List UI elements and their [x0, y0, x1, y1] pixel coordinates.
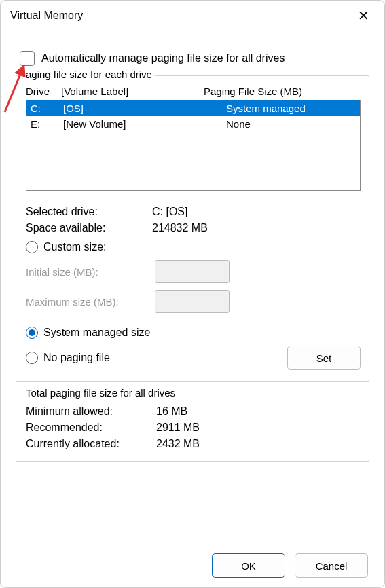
drive-row-volume: [New Volume]: [63, 118, 226, 130]
custom-size-row[interactable]: Custom size:: [26, 241, 361, 253]
maximum-size-label: Maximum size (MB):: [26, 296, 155, 308]
system-managed-label: System managed size: [43, 327, 150, 339]
space-available-row: Space available: 214832 MB: [26, 222, 361, 234]
close-icon[interactable]: ✕: [352, 6, 375, 25]
drive-row[interactable]: E: [New Volume] None: [26, 116, 360, 132]
no-paging-radio[interactable]: [26, 352, 38, 364]
no-paging-row: No paging file Set: [26, 346, 361, 370]
auto-manage-label: Automatically manage paging file size fo…: [41, 52, 285, 65]
group-totals-legend: Total paging file size for all drives: [23, 387, 178, 399]
header-drive: Drive: [26, 86, 61, 97]
initial-size-input[interactable]: [155, 260, 230, 283]
recommended-label: Recommended:: [26, 422, 156, 434]
maximum-size-row: Maximum size (MB):: [26, 290, 361, 313]
system-managed-radio[interactable]: [26, 327, 38, 339]
custom-size-label: Custom size:: [43, 241, 106, 253]
space-available-label: Space available:: [26, 222, 152, 234]
drive-row[interactable]: C: [OS] System managed: [26, 100, 360, 116]
group-each-drive-legend: aging file size for each drive: [23, 69, 155, 80]
no-paging-label: No paging file: [43, 352, 110, 364]
space-available-value: 214832 MB: [152, 222, 208, 234]
no-paging-file-row[interactable]: No paging file: [26, 352, 110, 364]
selected-drive-row: Selected drive: C: [OS]: [26, 206, 361, 218]
drive-row-letter: C:: [31, 103, 63, 114]
currently-allocated-label: Currently allocated:: [26, 438, 156, 450]
currently-allocated-row: Currently allocated: 2432 MB: [26, 438, 361, 450]
drive-row-paging: None: [226, 118, 356, 130]
auto-manage-checkbox[interactable]: [20, 51, 35, 66]
dialog-footer: OK Cancel: [212, 553, 368, 578]
recommended-value: 2911 MB: [156, 422, 200, 434]
cancel-button[interactable]: Cancel: [295, 553, 368, 578]
drive-row-letter: E:: [31, 118, 63, 130]
minimum-allowed-value: 16 MB: [156, 405, 187, 418]
group-each-drive: aging file size for each drive Drive [Vo…: [16, 75, 369, 382]
drive-list-header: Drive [Volume Label] Paging File Size (M…: [26, 86, 361, 97]
recommended-row: Recommended: 2911 MB: [26, 422, 361, 434]
custom-size-radio[interactable]: [26, 241, 38, 253]
drive-list[interactable]: C: [OS] System managed E: [New Volume] N…: [26, 100, 361, 191]
dialog-title: Virtual Memory: [10, 10, 83, 22]
initial-size-label: Initial size (MB):: [26, 266, 155, 278]
minimum-allowed-row: Minimum allowed: 16 MB: [26, 405, 361, 418]
ok-button[interactable]: OK: [212, 553, 285, 578]
titlebar: Virtual Memory ✕: [1, 1, 384, 31]
minimum-allowed-label: Minimum allowed:: [26, 405, 156, 418]
maximum-size-input[interactable]: [155, 290, 230, 313]
set-button[interactable]: Set: [287, 346, 361, 370]
initial-size-row: Initial size (MB):: [26, 260, 361, 283]
currently-allocated-value: 2432 MB: [156, 438, 200, 450]
selected-drive-value: C: [OS]: [152, 206, 187, 218]
header-volume: [Volume Label]: [61, 86, 204, 97]
auto-manage-row: Automatically manage paging file size fo…: [20, 51, 369, 66]
system-managed-row[interactable]: System managed size: [26, 327, 361, 339]
drive-row-volume: [OS]: [63, 103, 226, 114]
dialog-body: Automatically manage paging file size fo…: [1, 31, 384, 485]
selected-drive-label: Selected drive:: [26, 206, 152, 218]
group-totals: Total paging file size for all drives Mi…: [16, 394, 369, 462]
drive-row-paging: System managed: [226, 103, 356, 114]
header-paging-size: Paging File Size (MB): [204, 86, 361, 97]
